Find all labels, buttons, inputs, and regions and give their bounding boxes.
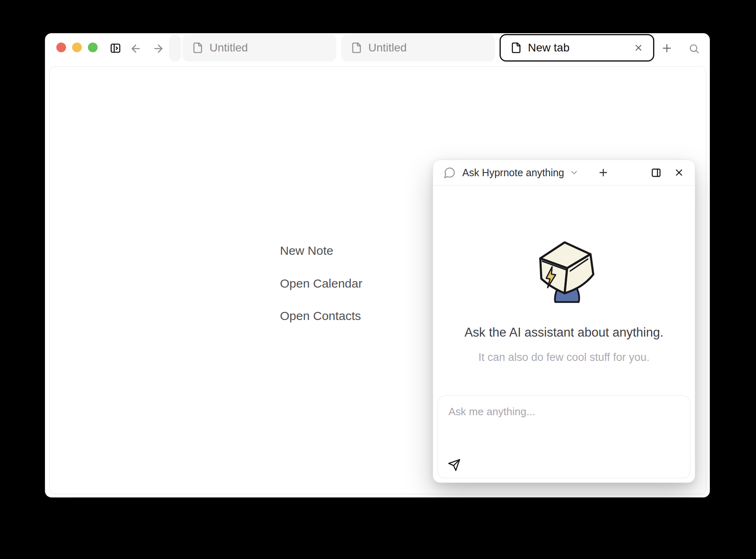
traffic-minimize-button[interactable] xyxy=(72,43,82,52)
tab-label: Untitled xyxy=(209,41,248,54)
chat-bubble-icon xyxy=(444,166,456,179)
search-icon xyxy=(688,43,700,54)
forward-button[interactable] xyxy=(152,42,165,55)
tab-untitled-1[interactable]: Untitled xyxy=(182,34,336,62)
session-dropdown[interactable] xyxy=(569,168,579,177)
traffic-zoom-button[interactable] xyxy=(88,43,98,52)
file-icon xyxy=(192,42,203,53)
dock-panel-button[interactable] xyxy=(651,167,662,178)
assistant-panel: Ask Hyprnote anything xyxy=(433,160,695,483)
chevron-down-icon xyxy=(569,168,579,177)
assistant-title: Ask Hyprnote anything xyxy=(462,167,564,179)
tab-label: New tab xyxy=(528,41,570,54)
tab-strip-edge xyxy=(169,35,181,62)
panel-right-icon xyxy=(651,167,662,178)
plus-icon xyxy=(661,42,673,54)
tab-close-button[interactable] xyxy=(634,43,643,53)
assistant-panel-header: Ask Hyprnote anything xyxy=(433,160,695,186)
assistant-input[interactable] xyxy=(438,396,690,452)
new-tab-button[interactable] xyxy=(660,41,674,55)
tab-bar: Untitled Untitled New tab xyxy=(45,33,710,66)
tab-untitled-2[interactable]: Untitled xyxy=(341,34,495,62)
assistant-mascot-icon xyxy=(534,232,597,304)
open-calendar-link[interactable]: Open Calendar xyxy=(280,276,362,291)
assistant-empty-subtitle: It can also do few cool stuff for you. xyxy=(433,351,695,364)
arrow-right-icon xyxy=(152,43,164,55)
new-note-link[interactable]: New Note xyxy=(280,243,333,258)
file-icon xyxy=(510,42,522,53)
assistant-composer xyxy=(438,395,690,478)
back-button[interactable] xyxy=(129,42,142,55)
panel-left-open-icon xyxy=(109,42,122,54)
file-icon xyxy=(351,42,362,53)
arrow-left-icon xyxy=(130,43,142,55)
send-button[interactable] xyxy=(448,459,461,472)
desktop: { "window": { "nav": { "sidebar_toggle":… xyxy=(0,0,756,559)
traffic-close-button[interactable] xyxy=(56,43,66,52)
sidebar-toggle-button[interactable] xyxy=(109,42,122,55)
tab-label: Untitled xyxy=(368,41,407,54)
tab-new-tab-active[interactable]: New tab xyxy=(500,34,654,62)
assistant-empty-title: Ask the AI assistant about anything. xyxy=(433,325,695,340)
open-contacts-link[interactable]: Open Contacts xyxy=(280,308,361,324)
new-chat-button[interactable] xyxy=(598,167,609,178)
close-icon xyxy=(634,43,643,53)
send-icon xyxy=(448,459,461,472)
close-icon xyxy=(674,167,684,178)
plus-icon xyxy=(598,167,609,178)
search-button[interactable] xyxy=(688,42,700,55)
close-panel-button[interactable] xyxy=(674,167,684,178)
